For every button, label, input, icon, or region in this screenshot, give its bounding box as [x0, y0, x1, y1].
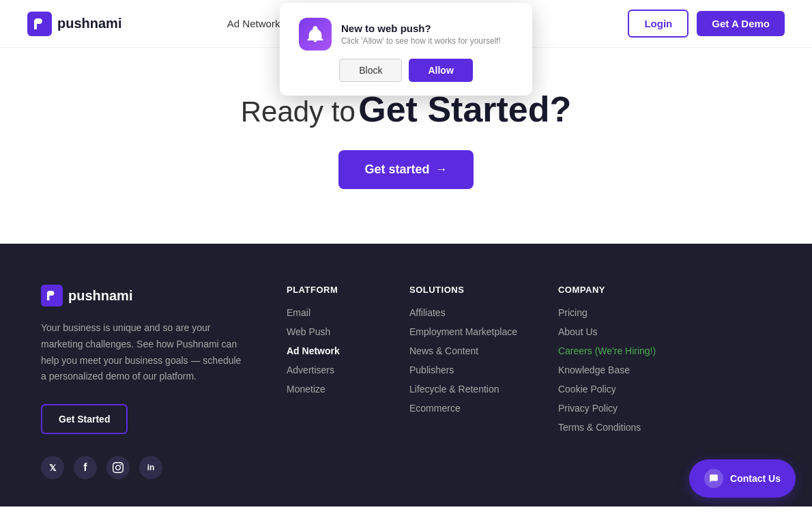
pushnami-popup-icon — [299, 18, 332, 51]
block-button[interactable]: Block — [339, 59, 402, 82]
contact-widget[interactable]: Contact Us — [689, 459, 796, 498]
popup-overlay: New to web push? Click 'Allow' to see ho… — [0, 0, 812, 506]
popup-buttons: Block Allow — [299, 59, 513, 82]
contact-icon — [704, 469, 723, 488]
contact-label: Contact Us — [730, 473, 781, 484]
allow-button[interactable]: Allow — [409, 59, 472, 82]
popup-header: New to web push? Click 'Allow' to see ho… — [299, 18, 513, 51]
popup-title: New to web push? — [341, 23, 513, 34]
web-push-popup: New to web push? Click 'Allow' to see ho… — [280, 3, 532, 96]
push-notification-icon — [306, 25, 325, 44]
popup-text-block: New to web push? Click 'Allow' to see ho… — [341, 23, 513, 46]
popup-subtitle: Click 'Allow' to see how it works for yo… — [341, 36, 513, 46]
